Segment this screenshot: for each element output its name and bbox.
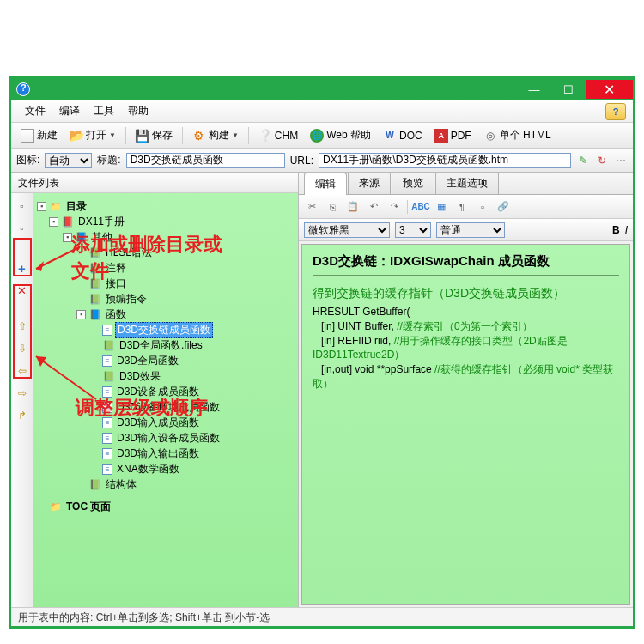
webhelp-button[interactable]: 🌐Web 帮助 <box>306 126 375 144</box>
font-size-select[interactable]: 3 <box>395 222 431 238</box>
chm-button[interactable]: ❔CHM <box>254 127 302 144</box>
book-icon: 📗 <box>88 277 101 289</box>
page-icon: ≡ <box>102 433 112 444</box>
new-button[interactable]: 新建 <box>16 126 62 144</box>
tab-preview[interactable]: 预览 <box>392 173 434 194</box>
web-icon: 🌐 <box>310 129 324 143</box>
content-editor[interactable]: D3D交换链：IDXGISwapChain 成员函数 得到交换链的缓存指针（D3… <box>301 244 630 605</box>
editor-heading: D3D交换链：IDXGISwapChain 成员函数 <box>313 253 619 270</box>
page-icon: ≡ <box>102 417 112 428</box>
editor-panel: 编辑 来源 预览 主题选项 ✂ ⎘ 📋 ↶ ↷ ABC ▦ ¶ ▫ 🔗 微软雅黑 <box>299 173 633 607</box>
page-icon: ≡ <box>102 402 112 413</box>
book-icon: 📘 <box>88 308 101 320</box>
file-list-panel: 文件列表 ▫ ▫ + ✕ ⇧ ⇩ ⇦ ⇨ ↱ ▪📁目录 ▪📕DX <box>11 173 299 607</box>
title-input[interactable] <box>126 153 285 168</box>
book-icon: 📗 <box>88 293 101 305</box>
folder-icon: 📁 <box>49 200 62 212</box>
et-cut[interactable]: ✂ <box>304 199 319 215</box>
close-button[interactable]: ✕ <box>586 80 633 99</box>
statusbar: 用于表中的内容: Ctrl+单击到多选; Shift+单击 到小节-选 <box>11 607 633 626</box>
url-icon3[interactable]: ⋯ <box>614 154 628 167</box>
build-icon: ⚙ <box>192 129 206 143</box>
open-icon: 📂 <box>70 129 83 143</box>
pdf-button[interactable]: APDF <box>430 127 476 144</box>
tree-btn1[interactable]: ▫ <box>15 198 30 214</box>
et-copy[interactable]: ⎘ <box>325 199 340 215</box>
move-down-button[interactable]: ⇩ <box>15 341 30 356</box>
book-icon: 📗 <box>88 478 101 490</box>
book-icon: 📗 <box>102 370 115 382</box>
save-icon: 💾 <box>136 129 149 143</box>
tree-btn-last[interactable]: ↱ <box>15 408 30 423</box>
page-icon: ≡ <box>102 325 112 336</box>
tree-toolbar: ▫ ▫ + ✕ ⇧ ⇩ ⇦ ⇨ ↱ <box>11 193 33 607</box>
file-tree[interactable]: ▪📁目录 ▪📕DX11手册 ▪📘其他 📗HLSL语法 📗注释 📗接口 📗预编指令… <box>33 193 298 607</box>
pdf-icon: A <box>434 129 448 143</box>
tab-source[interactable]: 来源 <box>348 173 391 194</box>
et-redo[interactable]: ↷ <box>386 199 402 215</box>
open-button[interactable]: 📂打开▼ <box>65 126 120 144</box>
menubar: 文件 编译 工具 帮助 ? <box>11 100 633 123</box>
icon-select[interactable]: 自动 <box>45 153 92 168</box>
save-button[interactable]: 💾保存 <box>131 126 177 144</box>
indent-button[interactable]: ⇨ <box>15 386 30 401</box>
doc-button[interactable]: WDOC <box>379 127 427 144</box>
editor-tabs: 编辑 来源 预览 主题选项 <box>299 173 633 195</box>
menu-help[interactable]: 帮助 <box>121 104 155 118</box>
build-button[interactable]: ⚙构建▼ <box>188 126 243 144</box>
outdent-button[interactable]: ⇦ <box>15 363 30 379</box>
app-icon <box>16 82 30 96</box>
icon-label: 图标: <box>16 153 39 167</box>
url-label: URL: <box>290 155 313 167</box>
new-icon <box>21 129 34 143</box>
doc-icon: W <box>383 129 397 143</box>
et-undo[interactable]: ↶ <box>366 199 381 215</box>
font-toolbar: 微软雅黑 3 普通 B I <box>299 219 633 241</box>
menu-file[interactable]: 文件 <box>18 104 52 118</box>
url-input[interactable] <box>319 153 571 168</box>
et-table[interactable]: ▦ <box>434 199 449 215</box>
book-icon: 📕 <box>61 216 74 228</box>
font-family-select[interactable]: 微软雅黑 <box>304 222 390 238</box>
minimize-button[interactable]: — <box>517 80 551 99</box>
menu-tools[interactable]: 工具 <box>87 104 121 118</box>
book-icon: 📘 <box>75 231 88 243</box>
tab-edit[interactable]: 编辑 <box>304 173 347 195</box>
add-button[interactable]: + <box>15 260 30 276</box>
page-icon: ≡ <box>102 464 112 475</box>
singlehtml-button[interactable]: ◎单个 HTML <box>479 126 556 144</box>
chm-icon: ❔ <box>258 129 272 143</box>
tab-topicopt[interactable]: 主题选项 <box>435 173 499 194</box>
properties-toolbar: 图标: 自动 标题: URL: ✎ ↻ ⋯ <box>11 149 633 173</box>
page-icon: ≡ <box>102 448 112 459</box>
et-para[interactable]: ¶ <box>454 199 470 215</box>
book-icon: 📗 <box>88 262 101 274</box>
tree-btn2[interactable]: ▫ <box>15 221 30 236</box>
font-style-select[interactable]: 普通 <box>436 222 505 238</box>
italic-button[interactable]: I <box>625 224 628 236</box>
et-spell[interactable]: ABC <box>413 199 428 215</box>
menu-translate[interactable]: 编译 <box>52 104 87 118</box>
url-icon1[interactable]: ✎ <box>576 154 590 167</box>
html-icon: ◎ <box>483 129 497 143</box>
tree-item-selected: D3D交换链成员函数 <box>115 322 213 338</box>
page-icon: ≡ <box>102 386 112 398</box>
titlebar: — ☐ ✕ <box>11 78 633 100</box>
editor-section-title: 得到交换链的缓存指针（D3D交换链成员函数） <box>313 286 619 301</box>
maximize-button[interactable]: ☐ <box>551 80 586 99</box>
app-window: — ☐ ✕ 文件 编译 工具 帮助 ? 新建 📂打开▼ 💾保存 ⚙构建▼ ❔CH… <box>9 76 635 629</box>
bold-button[interactable]: B <box>612 224 620 236</box>
url-icon2[interactable]: ↻ <box>595 154 609 167</box>
move-up-button[interactable]: ⇧ <box>15 319 30 334</box>
delete-button[interactable]: ✕ <box>15 283 30 298</box>
help-icon[interactable]: ? <box>605 103 626 120</box>
et-paste[interactable]: 📋 <box>345 199 361 215</box>
folder-icon: 📁 <box>49 501 62 513</box>
et-image[interactable]: ▫ <box>475 199 490 215</box>
editor-code: HRESULT GetBuffer( [in] UINT Buffer, //缓… <box>313 305 619 392</box>
et-link[interactable]: 🔗 <box>495 199 511 215</box>
book-icon: 📗 <box>102 339 115 351</box>
main-toolbar: 新建 📂打开▼ 💾保存 ⚙构建▼ ❔CHM 🌐Web 帮助 WDOC APDF … <box>11 123 633 149</box>
file-list-header: 文件列表 <box>11 173 298 193</box>
title-label: 标题: <box>97 153 120 167</box>
